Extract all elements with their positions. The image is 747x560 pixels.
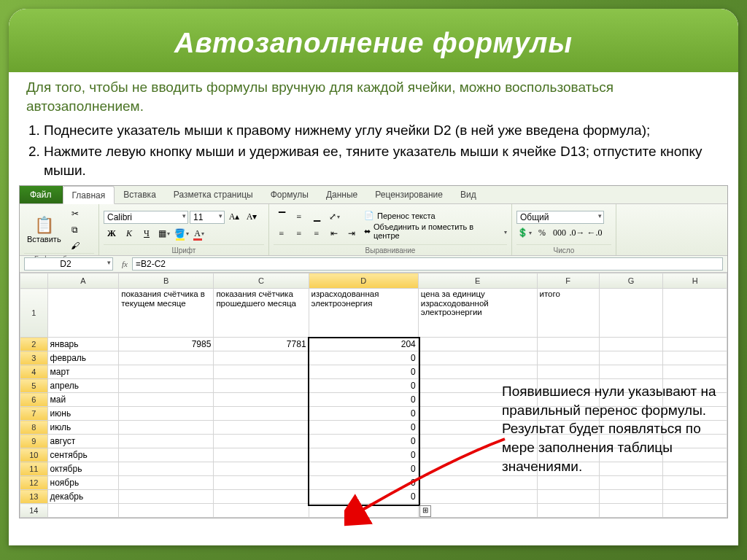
- tab-insert[interactable]: Вставка: [115, 186, 165, 203]
- cell-B7[interactable]: [119, 407, 214, 421]
- bold-button[interactable]: Ж: [104, 227, 120, 241]
- cell-C1[interactable]: показания счётчика прошедшего месяца: [214, 289, 309, 338]
- cell-A3[interactable]: февраль: [47, 351, 119, 365]
- underline-button[interactable]: Ч: [139, 227, 155, 241]
- merge-center-button[interactable]: ⬌ Объединить и поместить в центре: [364, 222, 507, 240]
- cell-A13[interactable]: декабрь: [47, 490, 119, 504]
- file-tab[interactable]: Файл: [20, 186, 63, 203]
- row-header-11[interactable]: 11: [20, 462, 48, 476]
- cell-B5[interactable]: [119, 379, 214, 393]
- cell-A1[interactable]: [47, 289, 119, 338]
- cut-button[interactable]: ✂: [67, 206, 83, 221]
- row-header-6[interactable]: 6: [20, 393, 48, 407]
- row-header-1[interactable]: 1: [20, 289, 48, 338]
- cell-F13[interactable]: [537, 490, 599, 504]
- tab-view[interactable]: Вид: [452, 186, 485, 203]
- cell-B8[interactable]: [119, 421, 214, 435]
- align-middle-button[interactable]: ≡: [291, 210, 307, 225]
- percent-format-button[interactable]: %: [534, 226, 550, 241]
- cell-H1[interactable]: [663, 289, 727, 338]
- tab-home[interactable]: Главная: [63, 186, 115, 204]
- col-header-F[interactable]: F: [537, 273, 599, 289]
- cell-B13[interactable]: [119, 490, 214, 504]
- cell-C10[interactable]: [214, 448, 309, 462]
- copy-button[interactable]: ⧉: [67, 222, 83, 237]
- cell-D1[interactable]: израсходованная электроэнергия: [309, 289, 418, 338]
- align-right-button[interactable]: ≡: [309, 227, 325, 241]
- wrap-text-button[interactable]: 📄 Перенос текста: [364, 211, 507, 220]
- row-header-9[interactable]: 9: [20, 435, 48, 448]
- cell-C5[interactable]: [214, 379, 309, 393]
- cell-E1[interactable]: цена за единицу израсходованной электроэ…: [418, 289, 537, 338]
- cell-A6[interactable]: май: [47, 393, 119, 407]
- cell-E3[interactable]: [418, 351, 537, 365]
- cell-C14[interactable]: [214, 504, 309, 518]
- decrease-indent-button[interactable]: ⇤: [326, 227, 342, 241]
- orientation-button[interactable]: ⤢: [326, 210, 342, 225]
- cell-A10[interactable]: сентябрь: [47, 448, 119, 462]
- align-top-button[interactable]: ▔: [274, 210, 290, 225]
- cell-C8[interactable]: [214, 421, 309, 435]
- cell-B1[interactable]: показания счётчика в текущем месяце: [119, 289, 214, 338]
- increase-decimal-button[interactable]: .0→: [569, 226, 585, 241]
- cell-E4[interactable]: [418, 365, 537, 379]
- cell-A9[interactable]: август: [47, 435, 119, 448]
- borders-button[interactable]: ▦: [156, 227, 172, 241]
- cell-D2[interactable]: 204: [309, 338, 418, 351]
- cell-H4[interactable]: [663, 365, 727, 379]
- cell-F4[interactable]: [537, 365, 599, 379]
- row-header-14[interactable]: 14: [20, 504, 48, 518]
- cell-G13[interactable]: [599, 490, 663, 504]
- formula-input[interactable]: =B2-C2: [132, 257, 723, 271]
- cell-H2[interactable]: [663, 338, 727, 351]
- col-header-H[interactable]: H: [663, 273, 727, 289]
- comma-format-button[interactable]: 000: [551, 226, 568, 241]
- row-header-13[interactable]: 13: [20, 490, 48, 504]
- paste-button[interactable]: 📋 Вставить: [24, 214, 64, 245]
- increase-indent-button[interactable]: ⇥: [344, 227, 360, 241]
- cell-A12[interactable]: ноябрь: [47, 476, 119, 490]
- font-name-select[interactable]: Calibri: [104, 211, 188, 224]
- cell-F12[interactable]: [537, 476, 599, 490]
- accounting-format-button[interactable]: 💲: [516, 226, 533, 241]
- cell-C3[interactable]: [214, 351, 309, 365]
- decrease-decimal-button[interactable]: ←.0: [587, 226, 603, 241]
- cell-A8[interactable]: июль: [47, 421, 119, 435]
- row-header-8[interactable]: 8: [20, 421, 48, 435]
- row-header-7[interactable]: 7: [20, 407, 48, 421]
- col-header-C[interactable]: C: [214, 273, 309, 289]
- cell-C13[interactable]: [214, 490, 309, 504]
- format-painter-button[interactable]: 🖌: [67, 238, 83, 253]
- cell-B10[interactable]: [119, 448, 214, 462]
- cell-A2[interactable]: январь: [47, 338, 119, 351]
- cell-B2[interactable]: 7985: [119, 338, 214, 351]
- cell-B3[interactable]: [119, 351, 214, 365]
- col-header-A[interactable]: A: [47, 273, 119, 289]
- row-header-2[interactable]: 2: [20, 338, 48, 351]
- cell-C7[interactable]: [214, 407, 309, 421]
- align-bottom-button[interactable]: ▁: [309, 210, 325, 225]
- cell-B11[interactable]: [119, 462, 214, 476]
- col-header-E[interactable]: E: [418, 273, 537, 289]
- font-size-select[interactable]: 11: [190, 211, 225, 224]
- cell-B6[interactable]: [119, 393, 214, 407]
- cell-B9[interactable]: [119, 435, 214, 448]
- cell-G12[interactable]: [599, 476, 663, 490]
- col-header-B[interactable]: B: [119, 273, 214, 289]
- cell-H3[interactable]: [663, 351, 727, 365]
- cell-B4[interactable]: [119, 365, 214, 379]
- italic-button[interactable]: К: [121, 227, 137, 241]
- cell-F1[interactable]: итого: [537, 289, 599, 338]
- row-header-3[interactable]: 3: [20, 351, 48, 365]
- cell-G3[interactable]: [599, 351, 663, 365]
- cell-C4[interactable]: [214, 365, 309, 379]
- cell-F14[interactable]: [537, 504, 599, 518]
- cell-A7[interactable]: июнь: [47, 407, 119, 421]
- font-color-button[interactable]: A: [191, 227, 207, 241]
- select-all-corner[interactable]: [20, 273, 48, 289]
- cell-D3[interactable]: 0: [309, 351, 418, 365]
- cell-D6[interactable]: 0: [309, 393, 418, 407]
- fill-color-button[interactable]: 🪣: [174, 227, 190, 241]
- cell-A4[interactable]: март: [47, 365, 119, 379]
- tab-formulas[interactable]: Формулы: [262, 186, 317, 203]
